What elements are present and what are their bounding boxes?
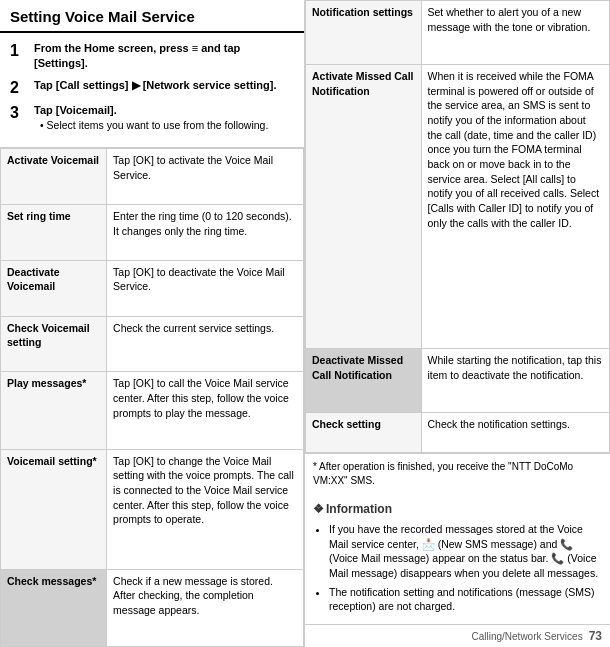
left-table-row: Voicemail setting*Tap [OK] to change the… (1, 449, 304, 569)
left-table-value: Check the current service settings. (107, 316, 304, 372)
left-table-value: Tap [OK] to deactivate the Voice Mail Se… (107, 260, 304, 316)
footer-section: Calling/Network Services (471, 631, 582, 642)
left-table-row: Deactivate VoicemailTap [OK] to deactiva… (1, 260, 304, 316)
left-table-value: Check if a new message is stored. After … (107, 569, 304, 646)
left-table-row: Activate VoicemailTap [OK] to activate t… (1, 149, 304, 205)
left-settings-table: Activate VoicemailTap [OK] to activate t… (0, 148, 304, 647)
right-table-label: Activate Missed Call Notification (306, 64, 422, 348)
left-table-row: Check Voicemail settingCheck the current… (1, 316, 304, 372)
left-table-row: Set ring timeEnter the ring time (0 to 1… (1, 204, 304, 260)
page-title: Setting Voice Mail Service (0, 0, 304, 33)
right-table-label: Deactivate Missed Call Notification (306, 349, 422, 413)
info-list-item: The notification setting and notificatio… (329, 585, 602, 614)
left-table-label: Voicemail setting* (1, 449, 107, 569)
right-table-row: Check settingCheck the notification sett… (306, 413, 610, 453)
right-table-label: Notification settings (306, 1, 422, 65)
left-table-label: Check Voicemail setting (1, 316, 107, 372)
step-2-text: Tap [Call settings] ▶ [Network service s… (34, 78, 277, 93)
step-number-3: 3 (10, 103, 30, 122)
info-title: Information (313, 500, 602, 518)
step-3: 3 Tap [Voicemail]. • Select items you wa… (10, 103, 294, 133)
page-number: 73 (589, 629, 602, 643)
right-table-label: Check setting (306, 413, 422, 453)
left-table-value: Tap [OK] to call the Voice Mail service … (107, 372, 304, 449)
step-1: 1 From the Home screen, press ≡ and tap … (10, 41, 294, 72)
page-footer: Calling/Network Services 73 (305, 624, 610, 647)
right-column: Notification settingsSet whether to aler… (305, 0, 610, 647)
step-3-sub: • Select items you want to use from the … (40, 118, 268, 133)
step-1-text: From the Home screen, press ≡ and tap [S… (34, 41, 294, 72)
left-table-value: Tap [OK] to change the Voice Mail settin… (107, 449, 304, 569)
intro-steps: 1 From the Home screen, press ≡ and tap … (0, 33, 304, 148)
info-section: Information If you have the recorded mes… (305, 494, 610, 624)
right-settings-table: Notification settingsSet whether to aler… (305, 0, 610, 453)
menu-icon: ≡ (192, 42, 198, 54)
right-table-row: Deactivate Missed Call NotificationWhile… (306, 349, 610, 413)
right-table-row: Notification settingsSet whether to aler… (306, 1, 610, 65)
left-table-label: Play messages* (1, 372, 107, 449)
right-table-value: While starting the notification, tap thi… (421, 349, 609, 413)
left-table-label: Activate Voicemail (1, 149, 107, 205)
left-column: Setting Voice Mail Service 1 From the Ho… (0, 0, 305, 647)
step-number-1: 1 (10, 41, 30, 60)
right-table-value: Set whether to alert you of a new messag… (421, 1, 609, 65)
left-table-label: Deactivate Voicemail (1, 260, 107, 316)
step-number-2: 2 (10, 78, 30, 97)
info-list-item: If you have the recorded messages stored… (329, 522, 602, 581)
step-2: 2 Tap [Call settings] ▶ [Network service… (10, 78, 294, 97)
right-table-row: Activate Missed Call NotificationWhen it… (306, 64, 610, 348)
step-3-text: Tap [Voicemail]. • Select items you want… (34, 103, 268, 133)
left-table-label: Check messages* (1, 569, 107, 646)
left-table-row: Check messages*Check if a new message is… (1, 569, 304, 646)
footnote: * After operation is finished, you recei… (305, 453, 610, 494)
left-table-value: Tap [OK] to activate the Voice Mail Serv… (107, 149, 304, 205)
info-list: If you have the recorded messages stored… (313, 522, 602, 614)
right-table-value: Check the notification settings. (421, 413, 609, 453)
left-table-value: Enter the ring time (0 to 120 seconds). … (107, 204, 304, 260)
right-table-value: When it is received while the FOMA termi… (421, 64, 609, 348)
left-table-label: Set ring time (1, 204, 107, 260)
left-table-row: Play messages*Tap [OK] to call the Voice… (1, 372, 304, 449)
